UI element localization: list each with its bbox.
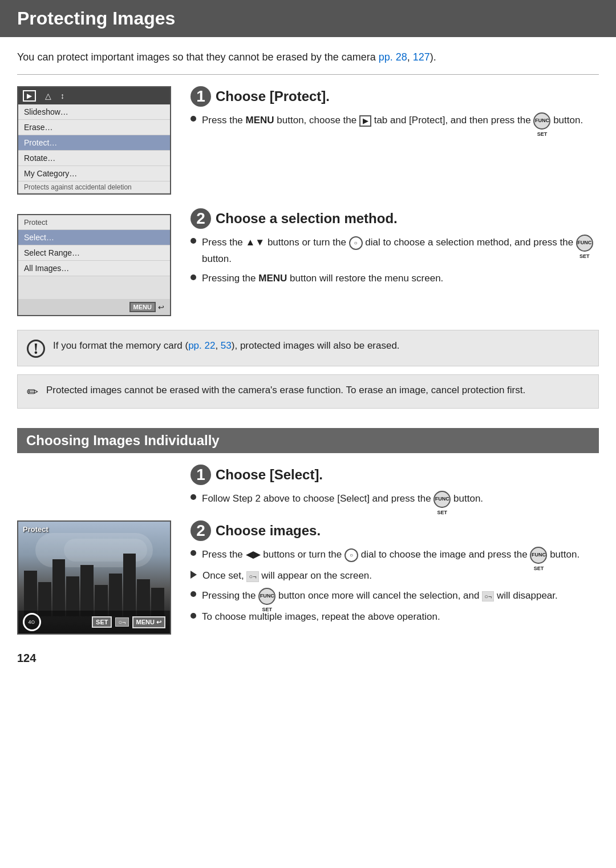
- bullet-icon-6: [191, 591, 196, 597]
- warning-box: ! If you format the memory card (pp. 22,…: [17, 330, 599, 366]
- step4-title: 2 Choose images.: [191, 520, 599, 541]
- note-text: Protected images cannot be erased with t…: [46, 383, 525, 398]
- step1-heading: Choose [Protect].: [216, 88, 330, 104]
- menu2-item-selectrange: Select Range…: [18, 245, 170, 261]
- step2-bullet1: Press the ▲▼ buttons or turn the ○ dial …: [191, 235, 599, 267]
- step1-number: 1: [191, 86, 211, 107]
- step3-bullet1: Follow Step 2 above to choose [Select] a…: [191, 491, 599, 508]
- menu-item-mycategory: My Category…: [18, 166, 170, 181]
- link-pp28[interactable]: pp. 28: [379, 51, 407, 63]
- image-protect-label: Protect: [23, 525, 48, 534]
- image-footer-buttons: SET ○¬ MENU ↩: [92, 616, 165, 628]
- menu2-title: Protect: [18, 215, 170, 230]
- step2-menu-image: Protect Select… Select Range… All Images…: [17, 208, 177, 316]
- step4-bullet4: To choose multiple images, repeat the ab…: [191, 609, 599, 624]
- camera-menu-2: Protect Select… Select Range… All Images…: [17, 214, 171, 316]
- step2-section: Protect Select… Select Range… All Images…: [17, 208, 599, 316]
- step2-title: 2 Choose a selection method.: [191, 208, 599, 229]
- func-set-icon-2: FUNCSET: [576, 235, 593, 252]
- step4-heading: Choose images.: [216, 523, 321, 539]
- step3-number: 1: [191, 465, 211, 485]
- step4-instructions: 2 Choose images. Press the ◀▶ buttons or…: [191, 520, 599, 628]
- menu-item-protect: Protect…: [18, 135, 170, 151]
- protect-icon-btn: ○¬: [115, 617, 128, 627]
- menu1-header: ▶ △ ↕: [18, 87, 170, 104]
- warning-text: If you format the memory card (pp. 22, 5…: [53, 338, 400, 353]
- cityscape-image: Protect: [17, 520, 171, 635]
- step3-title: 1 Choose [Select].: [191, 465, 599, 485]
- note-box: ✏ Protected images cannot be erased with…: [17, 374, 599, 409]
- dial-icon-2: ○: [345, 548, 358, 562]
- func-set-icon-5: FUNCSET: [258, 588, 275, 605]
- protect-icon-inline: ○¬: [246, 571, 258, 582]
- protect-icon-inline-2: ○¬: [482, 591, 494, 602]
- bullet-icon-4: [191, 494, 196, 500]
- step3-bullets: Follow Step 2 above to choose [Select] a…: [191, 491, 599, 508]
- city-buildings: [18, 554, 170, 616]
- step3-heading: Choose [Select].: [216, 467, 323, 483]
- step1-title: 1 Choose [Protect].: [191, 86, 599, 107]
- menu2-item-select: Select…: [18, 230, 170, 245]
- func-set-icon: FUNCSET: [533, 112, 550, 130]
- step3-instructions: 1 Choose [Select]. Follow Step 2 above t…: [191, 465, 599, 512]
- step2-bullets: Press the ▲▼ buttons or turn the ○ dial …: [191, 235, 599, 285]
- triangle-icon: [191, 571, 197, 579]
- warning-icon: !: [27, 340, 45, 358]
- section-subheader: Choosing Images Individually: [17, 428, 599, 453]
- step1-menu-image: ▶ △ ↕ Slideshow… Erase… Protect… Rotate……: [17, 86, 177, 195]
- dial-icon: ○: [349, 236, 363, 250]
- link-pp22[interactable]: pp. 22: [188, 340, 215, 351]
- menu2-footer: MENU ↩: [18, 299, 170, 315]
- play-tab-icon: ▶: [23, 90, 36, 102]
- camera-menu-1: ▶ △ ↕ Slideshow… Erase… Protect… Rotate……: [17, 86, 171, 195]
- step4-section: Protect: [17, 520, 599, 635]
- set-button: SET: [92, 616, 112, 628]
- bullet-icon-2: [191, 238, 196, 244]
- step2-bullet2: Pressing the MENU button will restore th…: [191, 271, 599, 286]
- bullet-icon-7: [191, 613, 196, 619]
- step1-bullet1: Press the MENU button, choose the ▶ tab …: [191, 112, 599, 130]
- step1-instructions: 1 Choose [Protect]. Press the MENU butto…: [191, 86, 599, 134]
- link-127[interactable]: 127: [413, 51, 430, 63]
- image-footer: 4⊙ SET ○¬ MENU ↩: [18, 611, 170, 633]
- page-container: Protecting Images You can protect import…: [0, 0, 616, 676]
- camera-circle-icon: 4⊙: [23, 613, 41, 631]
- step4-bullet1: Press the ◀▶ buttons or turn the ○ dial …: [191, 547, 599, 564]
- step4-bullet3: Pressing the FUNCSET button once more wi…: [191, 588, 599, 605]
- menu-btn: MENU: [129, 302, 156, 312]
- step1-bullets: Press the MENU button, choose the ▶ tab …: [191, 112, 599, 130]
- step2-heading: Choose a selection method.: [216, 211, 398, 227]
- func-set-icon-3: FUNCSET: [433, 491, 451, 508]
- step4-number: 2: [191, 520, 211, 541]
- intro-text: You can protect important images so that…: [17, 50, 599, 65]
- bullet-icon-3: [191, 274, 196, 280]
- menu-item-rotate: Rotate…: [18, 151, 170, 166]
- page-header: Protecting Images: [0, 0, 616, 37]
- func-set-icon-4: FUNCSET: [530, 547, 547, 564]
- step3-section: 1 Choose [Select]. Follow Step 2 above t…: [17, 465, 599, 512]
- bullet-icon-5: [191, 550, 196, 556]
- menu-item-erase: Erase…: [18, 120, 170, 135]
- step4-image: Protect: [17, 520, 177, 635]
- menu-item-slideshow: Slideshow…: [18, 104, 170, 120]
- menu-return-btn: MENU ↩: [132, 616, 165, 628]
- step2-instructions: 2 Choose a selection method. Press the ▲…: [191, 208, 599, 290]
- menu2-item-allimages: All Images…: [18, 261, 170, 276]
- bullet-icon: [191, 116, 196, 122]
- page-title: Protecting Images: [17, 8, 599, 29]
- step4-bullets: Press the ◀▶ buttons or turn the ○ dial …: [191, 547, 599, 624]
- step2-number: 2: [191, 208, 211, 229]
- step1-section: ▶ △ ↕ Slideshow… Erase… Protect… Rotate……: [17, 86, 599, 195]
- pencil-icon: ✏: [27, 384, 38, 400]
- menu-footer-text: Protects against accidental deletion: [18, 181, 170, 193]
- link-53[interactable]: 53: [221, 340, 232, 351]
- divider: [17, 74, 599, 75]
- page-number: 124: [17, 652, 599, 676]
